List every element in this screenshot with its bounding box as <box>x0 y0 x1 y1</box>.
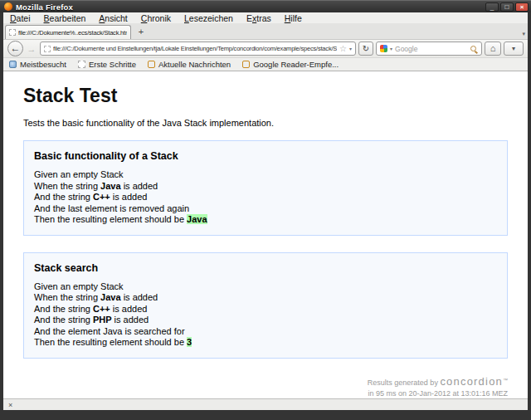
search-input[interactable]: Google <box>395 45 468 53</box>
spec-value: C++ <box>93 304 110 314</box>
example-box: Basic functionality of a StackGiven an e… <box>23 140 508 236</box>
google-icon[interactable] <box>380 45 387 52</box>
home-button[interactable]: ⌂ <box>485 42 501 56</box>
spec-line: When the string Java is added <box>34 292 497 304</box>
spec-line: Then the resulting element should be Jav… <box>34 214 497 226</box>
example-heading: Stack search <box>34 262 497 274</box>
maximize-button[interactable]: □ <box>500 2 514 12</box>
url-dropdown-icon[interactable]: ▾ <box>349 46 352 51</box>
footer-credit: Results generated by concordion™ <box>23 375 508 388</box>
bookmark-item[interactable]: Meistbesucht <box>9 60 66 69</box>
example-heading: Basic functionality of a Stack <box>34 150 497 162</box>
spec-line: Given an empty Stack <box>34 281 497 293</box>
spec-line: And the string PHP is added <box>34 315 497 326</box>
spec-value: Java <box>100 292 120 302</box>
spec-line: And the element Java is searched for <box>34 326 497 338</box>
search-icon[interactable] <box>470 46 476 51</box>
results-footer: Results generated by concordion™ in 95 m… <box>23 375 508 398</box>
live-bookmark-folder-icon <box>242 61 250 68</box>
spec-value: Java <box>100 181 120 191</box>
window-title: Mozilla Firefox <box>16 2 484 12</box>
tab-label: file:///C:/Dokumente%..ecs/stack/Stack.h… <box>18 29 127 37</box>
reload-button[interactable]: ↻ <box>358 42 373 56</box>
bookmark-item[interactable]: Aktuelle Nachrichten <box>148 60 231 69</box>
bookmark-item[interactable]: Erste Schritte <box>78 60 136 69</box>
spec-line: Given an empty Stack <box>34 169 497 181</box>
spec-line: When the string Java is added <box>34 181 497 193</box>
examples: Basic functionality of a StackGiven an e… <box>23 140 508 359</box>
firefox-window: Mozilla Firefox _ □ × DateiBearbeitenAns… <box>0 0 531 420</box>
tab-active[interactable]: file:///C:/Dokumente%..ecs/stack/Stack.h… <box>5 25 131 39</box>
assertion-success-value: Java <box>187 214 207 224</box>
bookmarks-menu-button[interactable]: ▾ <box>504 42 524 56</box>
firefox-icon <box>4 2 12 11</box>
bookmarks-toolbar: MeistbesuchtErste SchritteAktuelle Nachr… <box>3 57 528 71</box>
bookmark-label: Aktuelle Nachrichten <box>158 60 231 69</box>
search-box[interactable]: ▾ Google <box>376 42 482 56</box>
bookmark-item[interactable]: Google Reader-Empfe... <box>242 60 339 69</box>
menu-lesezeichen[interactable]: Lesezeichen <box>184 13 233 23</box>
url-favicon-icon <box>44 46 51 52</box>
spec-value: PHP <box>93 315 112 325</box>
page-title: Stack Test <box>23 85 508 107</box>
bookmark-label: Google Reader-Empfe... <box>253 60 339 69</box>
example-box: Stack searchGiven an empty StackWhen the… <box>23 252 508 359</box>
menu-chronik[interactable]: Chronik <box>141 13 171 23</box>
list-all-tabs-button[interactable]: ▾ <box>522 31 525 37</box>
close-button[interactable]: × <box>515 2 529 12</box>
bookmark-label: Meistbesucht <box>20 60 66 69</box>
menu-ansicht[interactable]: Ansicht <box>99 13 127 23</box>
spec-line: And the string C++ is added <box>34 304 497 315</box>
bookmark-label: Erste Schritte <box>89 60 136 69</box>
bookmark-star-icon[interactable]: ☆ <box>339 44 347 53</box>
titlebar[interactable]: Mozilla Firefox _ □ × <box>0 0 531 12</box>
url-bar[interactable]: file:///C:/Dokumente und Einstellungen/t… <box>40 42 356 56</box>
search-engine-dropdown-icon[interactable]: ▾ <box>390 46 392 51</box>
smart-folder-icon <box>9 61 17 68</box>
menu-extras[interactable]: Extras <box>246 13 271 23</box>
assertion-success-value: 3 <box>187 337 192 347</box>
spec-line: And the string C++ is added <box>34 192 497 203</box>
navigation-toolbar: ← → file:///C:/Dokumente und Einstellung… <box>3 39 528 57</box>
page-icon <box>78 61 85 68</box>
tabbar: file:///C:/Dokumente%..ecs/stack/Stack.h… <box>3 23 528 39</box>
menu-datei[interactable]: Datei <box>10 13 31 23</box>
footer-credit-prefix: Results generated by <box>368 378 441 387</box>
page-intro: Tests the basic functionality of the Jav… <box>23 118 508 128</box>
minimize-button[interactable]: _ <box>485 2 499 12</box>
page-favicon-icon <box>9 29 16 36</box>
forward-button[interactable]: → <box>26 44 37 54</box>
footer-timestamp: in 95 ms on 20-Jan-2012 at 13:01:16 MEZ <box>23 389 508 398</box>
menubar: DateiBearbeitenAnsichtChronikLesezeichen… <box>3 12 528 23</box>
spec-line: Then the resulting element should be 3 <box>34 337 497 349</box>
close-addon-bar-button[interactable]: × <box>8 401 12 409</box>
page-content: Stack Test Tests the basic functionality… <box>3 71 528 398</box>
url-text[interactable]: file:///C:/Dokumente und Einstellungen/t… <box>53 45 337 52</box>
addon-bar: × <box>3 398 528 410</box>
trademark-symbol: ™ <box>503 378 508 383</box>
menu-bearbeiten[interactable]: Bearbeiten <box>44 13 86 23</box>
spec-line: And the last element is removed again <box>34 203 497 215</box>
client-area: DateiBearbeitenAnsichtChronikLesezeichen… <box>3 12 528 410</box>
menu-hilfe[interactable]: Hilfe <box>285 13 302 23</box>
concordion-logo[interactable]: concordion <box>440 375 503 388</box>
new-tab-button[interactable]: + <box>134 26 149 38</box>
live-bookmark-folder-icon <box>148 61 155 68</box>
back-button[interactable]: ← <box>7 41 23 56</box>
spec-value: C++ <box>93 192 110 202</box>
